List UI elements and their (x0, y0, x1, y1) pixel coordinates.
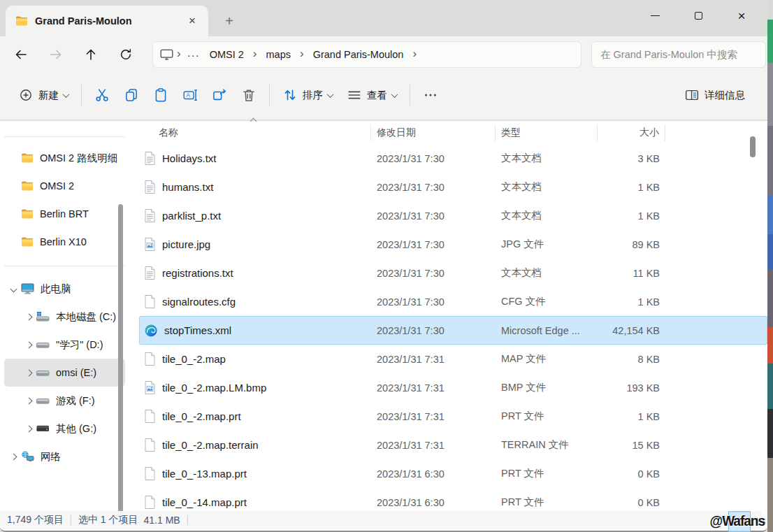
column-header-name[interactable]: 名称 (139, 124, 371, 141)
drive-windows-icon (36, 312, 50, 322)
file-date-cell: 2023/1/31 7:30 (371, 325, 496, 336)
trash-icon (241, 87, 257, 103)
delete-button[interactable] (234, 82, 263, 108)
sidebar-item-berlin-brt[interactable]: Berlin BRT (4, 200, 125, 228)
chevron-right-icon[interactable] (21, 398, 36, 403)
column-header-date[interactable]: 修改日期 (371, 124, 496, 141)
chevron-right-icon[interactable] (6, 454, 21, 459)
file-row-picture-jpg[interactable]: picture.jpg2023/1/31 7:30JPG 文件89 KB (139, 230, 767, 259)
file-name-cell: humans.txt (139, 180, 371, 194)
toolbar: 新建 A (0, 73, 767, 117)
chevron-right-icon[interactable] (21, 426, 36, 431)
folder-icon (21, 181, 34, 191)
file-row-tile-0-2-map[interactable]: tile_0_-2.map2023/1/31 7:31MAP 文件8 KB (139, 345, 767, 373)
chevron-right-icon[interactable] (21, 343, 36, 347)
forward-button[interactable] (42, 42, 70, 67)
details-pane-button[interactable]: 详细信息 (677, 82, 752, 108)
file-size-cell: 1 KB (598, 210, 665, 222)
text-file-icon (145, 180, 155, 194)
file-row-holidays-txt[interactable]: Holidays.txt2023/1/31 7:30文本文档3 KB (139, 144, 767, 173)
more-icon (423, 87, 438, 103)
file-type-cell: PRT 文件 (496, 467, 598, 480)
file-row-parklist-p-txt[interactable]: parklist_p.txt2023/1/31 7:30文本文档1 KB (139, 201, 767, 230)
paste-button[interactable] (146, 82, 175, 108)
file-type-cell: BMP 文件 (496, 381, 598, 394)
file-name: signalroutes.cfg (162, 296, 236, 308)
new-button[interactable]: 新建 (11, 82, 75, 108)
file-row-tile-0-2-map-terrain[interactable]: tile_0_-2.map.terrain2023/1/31 7:31TERRA… (139, 431, 767, 459)
breadcrumb-overflow[interactable]: ··· (185, 49, 203, 61)
file-name: tile_0_-2.map.LM.bmp (162, 382, 266, 394)
text-file-icon (145, 266, 155, 280)
breadcrumb-separator: › (298, 47, 306, 61)
new-tab-button[interactable]: + (219, 11, 239, 31)
more-button[interactable] (416, 82, 445, 108)
column-header-type[interactable]: 类型 (496, 124, 598, 141)
file-size-cell: 42,154 KB (598, 325, 665, 336)
sidebar-item-berlin-x10[interactable]: Berlin X10 (4, 228, 125, 256)
file-row-humans-txt[interactable]: humans.txt2023/1/31 7:30文本文档1 KB (139, 173, 767, 201)
file-row-tile-0-2-map-prt[interactable]: tile_0_-2.map.prt2023/1/31 7:31PRT 文件1 K… (139, 402, 767, 431)
breadcrumb-segment-omsi2[interactable]: OMSI 2 (204, 47, 250, 62)
file-list-scrollbar[interactable] (750, 136, 756, 157)
view-button[interactable]: 查看 (340, 82, 404, 108)
file-type-cell: Microsoft Edge ... (496, 325, 598, 336)
tab-close-icon[interactable]: × (183, 12, 201, 30)
sidebar-item-g[interactable]: 其他 (G:) (4, 415, 125, 443)
sidebar-item-omsi-e[interactable]: omsi (E:) (4, 359, 125, 387)
address-bar[interactable]: › ··· OMSI 2 › maps › Grand Paris-Moulon… (152, 41, 581, 68)
sidebar-item-omsi-2[interactable]: OMSI 2 (4, 172, 125, 200)
file-name-cell: tile_0_-14.map.prt (139, 496, 371, 509)
back-button[interactable] (7, 42, 35, 67)
cut-button[interactable] (87, 82, 117, 108)
sidebar-item-item[interactable]: 此电脑 (4, 275, 125, 303)
maximize-button[interactable] (677, 0, 720, 31)
file-explorer-window: Grand Paris-Moulon × + × (0, 0, 767, 532)
file-type-cell: 文本文档 (496, 209, 598, 222)
this-pc-icon (160, 49, 173, 60)
minimize-button[interactable] (633, 0, 677, 31)
sidebar-item-item[interactable]: 网络 (4, 443, 125, 470)
status-divider (71, 515, 71, 525)
file-row-stoptimes-xml[interactable]: stopTimes.xml2023/1/31 7:30Microsoft Edg… (139, 316, 767, 345)
rename-icon: A (182, 87, 198, 103)
toolbar-divider (410, 85, 410, 106)
up-button[interactable] (77, 42, 105, 67)
file-row-tile-0-13-map-prt[interactable]: tile_0_-13.map.prt2023/1/31 6:30PRT 文件0 … (139, 459, 767, 488)
column-header-size[interactable]: 大小 (598, 124, 665, 141)
sort-button[interactable]: 排序 (275, 82, 340, 108)
tab-grand-paris-moulon[interactable]: Grand Paris-Moulon × (6, 6, 208, 36)
chevron-right-icon[interactable] (21, 371, 36, 375)
close-button[interactable]: × (720, 0, 763, 31)
file-row-registrations-txt[interactable]: registrations.txt2023/1/31 7:30文本文档11 KB (139, 259, 767, 287)
chevron-right-icon[interactable] (21, 315, 36, 319)
sidebar: OMSI 2 路线明细OMSI 2Berlin BRTBerlin X10 此电… (0, 121, 129, 531)
file-row-tile-0-2-map-lm-bmp[interactable]: tile_0_-2.map.LM.bmp2023/1/31 7:31BMP 文件… (139, 373, 767, 402)
chevron-down-icon[interactable] (6, 287, 21, 292)
sidebar-item-d[interactable]: "学习" (D:) (4, 331, 125, 359)
file-type-cell: PRT 文件 (496, 410, 598, 423)
sidebar-item-f[interactable]: 游戏 (F:) (4, 387, 125, 415)
sidebar-scrollbar[interactable] (118, 204, 123, 515)
breadcrumb-segment-maps[interactable]: maps (261, 47, 296, 62)
search-input[interactable]: 在 Grand Paris-Moulon 中搜索 (591, 41, 766, 68)
sidebar-item-omsi-2[interactable]: OMSI 2 路线明细 (4, 144, 125, 172)
sort-button-label: 排序 (303, 89, 323, 102)
edge-icon (145, 324, 157, 337)
network-icon (21, 451, 34, 462)
search-placeholder: 在 Grand Paris-Moulon 中搜索 (600, 48, 737, 62)
rename-button[interactable]: A (175, 82, 205, 108)
close-icon: × (737, 9, 745, 22)
file-row-signalroutes-cfg[interactable]: signalroutes.cfg2023/1/31 7:30CFG 文件1 KB (139, 287, 767, 316)
folder-icon (21, 237, 34, 247)
breadcrumb-segment-current[interactable]: Grand Paris-Moulon (308, 47, 410, 62)
copy-button[interactable] (117, 82, 146, 108)
file-name: picture.jpg (162, 238, 210, 250)
file-type-cell: PRT 文件 (496, 496, 598, 509)
refresh-button[interactable] (112, 42, 140, 67)
file-name-cell: stopTimes.xml (139, 324, 371, 337)
sidebar-item-c[interactable]: 本地磁盘 (C:) (4, 303, 125, 331)
file-name-cell: registrations.txt (139, 266, 371, 280)
share-button[interactable] (205, 82, 234, 108)
image-file-icon (145, 238, 155, 251)
